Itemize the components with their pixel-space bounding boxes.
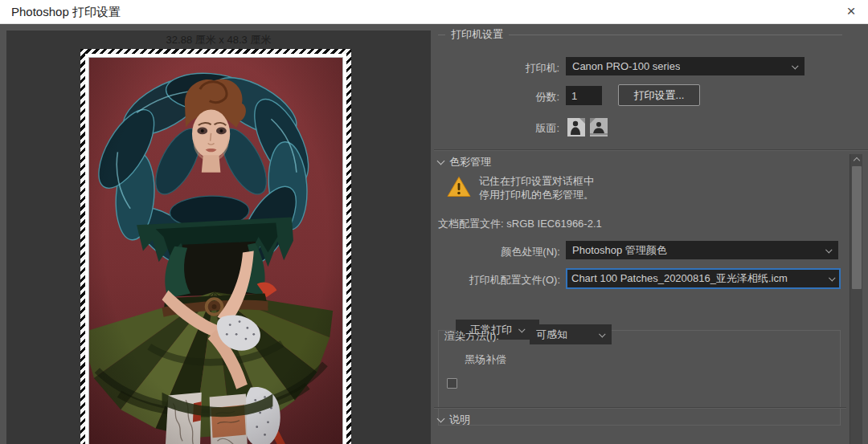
settings-scrollbar[interactable] xyxy=(850,154,862,444)
window-title: Photoshop 打印设置 xyxy=(11,0,121,24)
paper-dimensions-label: 32.88 厘米 x 48.3 厘米 xyxy=(6,33,431,47)
color-handling-select[interactable]: Photoshop 管理颜色 xyxy=(566,241,838,259)
printer-settings-title: 打印机设置 xyxy=(451,27,503,42)
black-point-checkbox[interactable] xyxy=(447,378,457,389)
layout-label: 版面: xyxy=(434,121,559,136)
print-page-margin xyxy=(85,54,346,444)
chevron-down-icon xyxy=(437,157,445,165)
section-separator xyxy=(434,407,846,408)
printer-label: 打印机: xyxy=(434,61,559,75)
model-photo-illustration xyxy=(89,58,342,444)
chevron-down-icon xyxy=(599,331,605,337)
window-titlebar: Photoshop 打印设置 × xyxy=(0,0,868,24)
divider xyxy=(438,35,445,35)
divider xyxy=(509,35,842,35)
dialog-body: 32.88 厘米 x 48.3 厘米 xyxy=(0,24,868,444)
section-separator xyxy=(434,149,868,150)
printer-select[interactable]: Canon PRO-100 series xyxy=(566,57,805,75)
black-point-label: 黑场补偿 xyxy=(465,352,506,367)
print-settings-button[interactable]: 打印设置... xyxy=(618,84,700,106)
warning-icon xyxy=(447,176,471,198)
printer-settings-header: 打印机设置 xyxy=(438,27,842,42)
rendering-intent-label: 渲染方法(I): xyxy=(444,329,499,344)
color-management-warning: 记住在打印设置对话框中 停用打印机的色彩管理。 xyxy=(479,174,594,202)
print-preview-photo xyxy=(88,57,343,444)
rendering-intent-value: 可感知 xyxy=(536,328,567,342)
chevron-down-icon xyxy=(792,63,798,69)
printer-select-value: Canon PRO-100 series xyxy=(572,60,680,72)
close-icon[interactable]: × xyxy=(837,0,865,24)
color-management-title: 色彩管理 xyxy=(449,155,491,169)
warning-line-1: 记住在打印设置对话框中 xyxy=(479,174,594,188)
chevron-down-icon xyxy=(437,414,445,422)
document-profile-line: 文档配置文件: sRGB IEC61966-2.1 xyxy=(438,217,602,231)
rendering-intent-select[interactable]: 可感知 xyxy=(530,324,612,344)
copies-input[interactable] xyxy=(566,86,602,105)
printer-profile-value: Chart 100 Patches_20200816_亚光泽相纸.icm xyxy=(571,271,788,286)
document-profile-value: sRGB IEC61966-2.1 xyxy=(506,218,602,230)
layout-landscape-icon[interactable] xyxy=(589,117,608,137)
color-management-header[interactable]: 色彩管理 xyxy=(438,155,491,169)
copies-label: 份数: xyxy=(434,90,559,104)
chevron-down-icon xyxy=(825,246,832,253)
printer-profile-label: 打印机配置文件(O): xyxy=(434,273,560,287)
scroll-up-icon[interactable] xyxy=(850,154,863,166)
color-handling-label: 颜色处理(N): xyxy=(434,245,560,259)
chevron-down-icon xyxy=(829,275,835,281)
warning-line-2: 停用打印机的色彩管理。 xyxy=(479,188,594,202)
printer-profile-select[interactable]: Chart 100 Patches_20200816_亚光泽相纸.icm xyxy=(566,268,841,289)
scrollbar-thumb[interactable] xyxy=(852,166,862,289)
color-handling-value: Photoshop 管理颜色 xyxy=(572,243,667,258)
print-mode-group xyxy=(438,330,841,426)
layout-portrait-icon[interactable] xyxy=(567,117,586,137)
chevron-down-icon xyxy=(518,326,525,332)
print-page xyxy=(80,49,351,444)
description-header[interactable]: 说明 xyxy=(438,413,470,427)
print-preview-panel: 32.88 厘米 x 48.3 厘米 xyxy=(6,31,431,444)
document-profile-label: 文档配置文件: xyxy=(438,218,504,230)
description-title: 说明 xyxy=(449,413,470,427)
